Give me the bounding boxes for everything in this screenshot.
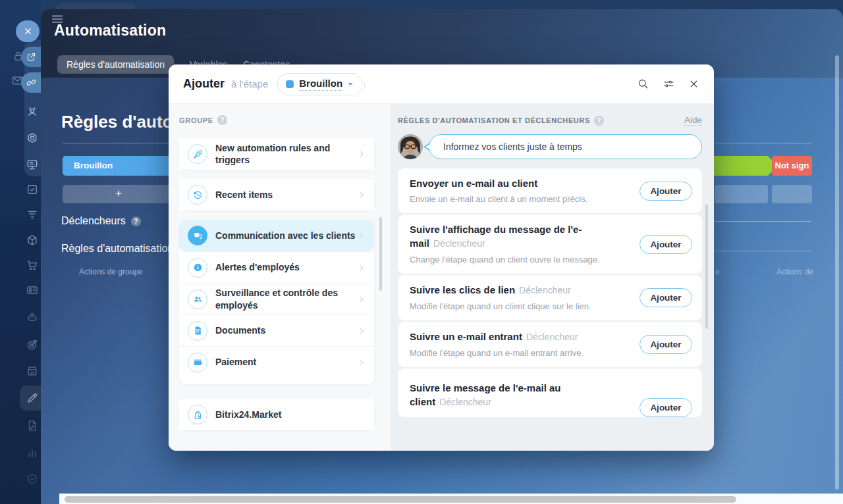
chevron-right-icon [358,232,366,239]
add-rule-button[interactable]: Ajouter [639,398,692,417]
add-stage-button[interactable]: + [63,185,175,203]
help-icon[interactable]: ? [131,216,141,226]
rule-trigger-tag: Déclencheur [433,238,485,249]
modal-header: Ajouter à l'étape Brouillon [169,64,714,104]
sidebar [0,0,41,504]
stage-selector[interactable]: Brouillon [277,73,356,95]
board-icon[interactable] [26,158,39,171]
horizontal-scrollbar-thumb[interactable] [65,496,736,503]
rule-description: Envoie un e-mail au client à un moment p… [410,193,633,205]
copy-link-button[interactable] [21,72,41,93]
payment-icon [188,353,207,372]
tab-r-gles-d-automatisation[interactable]: Règles d'automatisation [57,55,174,74]
close-slider-button[interactable] [16,20,40,42]
rules-list: Envoyer un e-mail au client Envoie un e-… [398,168,702,417]
robot-icon[interactable] [26,311,39,324]
chevron-right-icon [358,264,366,272]
target-icon[interactable] [26,338,39,351]
top-strip [0,0,843,9]
shop-icon[interactable] [26,365,39,378]
group-list-item[interactable]: Paiement [179,346,374,378]
close-icon[interactable] [688,78,699,89]
group-solo-card: Recent items [179,179,374,211]
document-icon [188,321,207,341]
column-header-group-actions: Actions de groupe [79,267,143,276]
rule-card: Suivre le message de l'e-mail au clientD… [398,368,702,417]
rule-trigger-tag: Déclencheur [526,332,578,342]
cart-icon[interactable] [26,259,39,272]
modal-header-actions [637,78,699,90]
rocket-icon [188,144,207,164]
group-item-label: Documents [215,324,267,336]
group-card: Communication avec les clients Alertes d… [179,220,374,384]
triggers-label: Déclencheurs [61,215,126,227]
market-label: Bitrix24.Market [215,409,283,420]
stage-selector-label: Brouillon [299,78,342,91]
rules-column: RÈGLES D'AUTOMATISATION ET DÉCLENCHEURS … [392,104,714,451]
vertical-scrollbar[interactable] [835,55,839,490]
rule-title: Envoyer un e-mail au client [410,178,537,189]
people-icon[interactable] [26,105,39,118]
rules-scrollbar[interactable] [705,204,708,329]
add-rule-slot[interactable] [772,185,812,203]
group-list-item[interactable]: New automation rules and triggers [179,138,374,170]
groups-column: GROUPE ? New automation rules and trigge… [169,104,392,451]
open-in-new-window-button[interactable] [21,47,41,67]
group-list-item[interactable]: Communication avec les clients [179,220,374,251]
docpen-icon[interactable] [26,419,39,432]
rule-trigger-tag: Déclencheur [519,285,571,295]
column-header-fragment: e [715,267,720,276]
chevron-down-icon [348,83,353,86]
shield-icon[interactable] [26,472,39,486]
add-automation-modal: Ajouter à l'étape Brouillon GROUPE ? [169,64,714,451]
filter-icon[interactable] [663,78,675,90]
funnel-icon[interactable] [26,208,39,221]
sidebar-item-bitrix24-market[interactable]: Bitrix24.Market [179,399,374,430]
triggers-section: Déclencheurs ? [61,215,141,227]
history-icon [188,185,207,205]
add-rule-button[interactable]: Ajouter [639,235,692,254]
modal-body: GROUPE ? New automation rules and trigge… [169,104,714,451]
horizontal-scrollbar[interactable] [59,493,843,504]
rule-trigger-tag: Déclencheur [439,397,491,407]
add-rule-slot[interactable] [715,185,768,203]
groups-scrollbar[interactable] [379,217,382,291]
chart-icon[interactable] [26,446,39,459]
group-list-item[interactable]: Alertes d'employés [179,251,374,283]
stage-color-dot [286,80,294,88]
cube-icon[interactable] [26,234,39,247]
stacked-slider-tab [56,3,135,9]
rule-card: Envoyer un e-mail au client Envoie un e-… [398,168,702,213]
group-list-item[interactable]: Recent items [179,179,374,211]
rule-title: Suivre les clics de lien [410,284,515,295]
rule-title: Suivre un e-mail entrant [410,331,522,342]
help-link[interactable]: Aide [684,115,702,126]
help-icon[interactable]: ? [594,116,604,126]
stage-not-signed[interactable]: Not sign [772,156,812,176]
stage-draft[interactable]: Brouillon [63,156,175,176]
group-list-item[interactable]: Surveillance et contrôle des employés [179,283,374,315]
assistant-bubble[interactable]: Informez vos clients juste à temps [429,134,702,159]
idcard-icon[interactable] [26,284,39,297]
group-solo-cards: New automation rules and triggers Recent… [179,138,374,211]
pencil-icon[interactable] [26,391,39,405]
rule-text: Suivre un e-mail entrantDéclencheur Modi… [410,330,639,359]
chevron-right-icon [358,191,366,199]
chevron-right-icon [358,327,366,335]
search-icon[interactable] [637,78,649,90]
checkbox-icon[interactable] [26,183,39,196]
hexagon-icon[interactable] [26,132,39,145]
add-rule-button[interactable]: Ajouter [639,288,692,307]
chevron-right-icon [358,150,366,158]
market-card: Bitrix24.Market [179,399,374,430]
add-rule-button[interactable]: Ajouter [639,182,692,201]
page-title: Automatisation [54,22,166,39]
add-rule-button[interactable]: Ajouter [639,335,692,354]
group-item-label: Recent items [215,189,274,201]
chat-icon [188,226,207,245]
help-icon[interactable]: ? [217,115,227,125]
market-icon [188,405,207,424]
employees-icon [188,290,207,309]
group-list-item[interactable]: Documents [179,315,374,346]
rule-description: Modifie l'étape quand un client clique s… [410,301,633,313]
